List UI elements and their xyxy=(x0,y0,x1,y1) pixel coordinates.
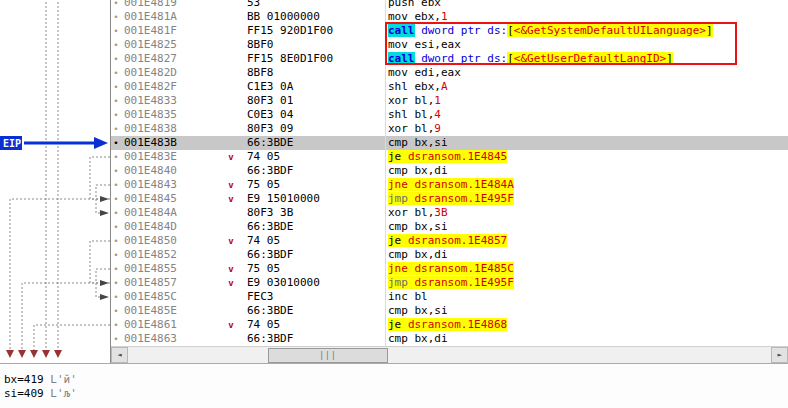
instruction-cell[interactable]: shl bl,4 xyxy=(386,108,788,122)
address-cell[interactable]: 001E483B xyxy=(121,136,223,150)
bytes-cell[interactable]: 66:3BDE xyxy=(239,304,386,318)
disasm-row[interactable]: •001E481ABB 01000000mov ebx,1 xyxy=(111,10,788,24)
bytes-cell[interactable]: 75 05 xyxy=(239,262,386,276)
instruction-cell[interactable]: cmp bx,di xyxy=(386,164,788,178)
address-cell[interactable]: 001E4861 xyxy=(121,318,223,332)
breakpoint-dot[interactable]: • xyxy=(111,192,121,206)
address-cell[interactable]: 001E4850 xyxy=(121,234,223,248)
disasm-row[interactable]: •001E483Ev74 05je dsransom.1E4845 xyxy=(111,150,788,164)
horizontal-scrollbar[interactable]: ◄ ||| ► xyxy=(111,346,788,363)
bytes-cell[interactable]: C1E3 0A xyxy=(239,80,386,94)
address-cell[interactable]: 001E484A xyxy=(121,206,223,220)
breakpoint-dot[interactable]: • xyxy=(111,80,121,94)
breakpoint-dot[interactable]: • xyxy=(111,52,121,66)
disasm-row[interactable]: •001E4835C0E3 04shl bl,4 xyxy=(111,108,788,122)
disasm-row[interactable]: •001E4843v75 05jne dsransom.1E484A xyxy=(111,178,788,192)
bytes-cell[interactable]: 80F3 01 xyxy=(239,94,386,108)
address-cell[interactable]: 001E481A xyxy=(121,10,223,24)
breakpoint-dot[interactable]: • xyxy=(111,262,121,276)
disassembly-view[interactable]: •001E481953push ebx•001E481ABB 01000000m… xyxy=(111,0,788,346)
instruction-cell[interactable]: jmp dsransom.1E495F xyxy=(386,276,788,290)
breakpoint-dot[interactable]: • xyxy=(111,290,121,304)
address-cell[interactable]: 001E4863 xyxy=(121,332,223,346)
breakpoint-dot[interactable]: • xyxy=(111,206,121,220)
address-cell[interactable]: 001E4838 xyxy=(121,122,223,136)
disasm-row[interactable]: •001E483B66:3BDEcmp bx,si xyxy=(111,136,788,150)
disasm-row[interactable]: •001E485266:3BDFcmp bx,di xyxy=(111,248,788,262)
breakpoint-dot[interactable]: • xyxy=(111,234,121,248)
instruction-cell[interactable]: jne dsransom.1E484A xyxy=(386,178,788,192)
instruction-cell[interactable]: call dword ptr ds:[<&GetUserDefaultLangI… xyxy=(386,52,788,66)
bytes-cell[interactable]: E9 15010000 xyxy=(239,192,386,206)
bytes-cell[interactable]: 66:3BDE xyxy=(239,136,386,150)
disasm-row[interactable]: •001E4861v74 05je dsransom.1E4868 xyxy=(111,318,788,332)
disasm-row[interactable]: •001E481FFF15 920D1F00call dword ptr ds:… xyxy=(111,24,788,38)
instruction-cell[interactable]: xor bl,9 xyxy=(386,122,788,136)
bytes-cell[interactable]: 74 05 xyxy=(239,150,386,164)
address-cell[interactable]: 001E484D xyxy=(121,220,223,234)
address-cell[interactable]: 001E4857 xyxy=(121,276,223,290)
disasm-row[interactable]: •001E482D8BF8mov edi,eax xyxy=(111,66,788,80)
disasm-row[interactable]: •001E484A80F3 3Bxor bl,3B xyxy=(111,206,788,220)
address-cell[interactable]: 001E4840 xyxy=(121,164,223,178)
scroll-left-button[interactable]: ◄ xyxy=(111,347,128,363)
disasm-row[interactable]: •001E485E66:3BDEcmp bx,si xyxy=(111,304,788,318)
breakpoint-dot[interactable]: • xyxy=(111,38,121,52)
breakpoint-dot[interactable]: • xyxy=(111,318,121,332)
address-cell[interactable]: 001E481F xyxy=(121,24,223,38)
address-cell[interactable]: 001E482D xyxy=(121,66,223,80)
instruction-cell[interactable]: xor bl,3B xyxy=(386,206,788,220)
instruction-cell[interactable]: cmp bx,si xyxy=(386,220,788,234)
instruction-cell[interactable]: push ebx xyxy=(386,0,788,10)
bytes-cell[interactable]: 74 05 xyxy=(239,318,386,332)
address-cell[interactable]: 001E4835 xyxy=(121,108,223,122)
instruction-cell[interactable]: xor bl,1 xyxy=(386,94,788,108)
breakpoint-dot[interactable]: • xyxy=(111,122,121,136)
instruction-cell[interactable]: cmp bx,di xyxy=(386,332,788,346)
breakpoint-dot[interactable]: • xyxy=(111,248,121,262)
breakpoint-dot[interactable]: • xyxy=(111,332,121,346)
instruction-cell[interactable]: cmp bx,si xyxy=(386,136,788,150)
disasm-row[interactable]: •001E483880F3 09xor bl,9 xyxy=(111,122,788,136)
instruction-cell[interactable]: mov ebx,1 xyxy=(386,10,788,24)
address-cell[interactable]: 001E4825 xyxy=(121,38,223,52)
instruction-cell[interactable]: je dsransom.1E4857 xyxy=(386,234,788,248)
instruction-cell[interactable]: jne dsransom.1E485C xyxy=(386,262,788,276)
breakpoint-dot[interactable]: • xyxy=(111,10,121,24)
disasm-row[interactable]: •001E486366:3BDFcmp bx,di xyxy=(111,332,788,346)
address-cell[interactable]: 001E485E xyxy=(121,304,223,318)
address-cell[interactable]: 001E4843 xyxy=(121,178,223,192)
disasm-row[interactable]: •001E4855v75 05jne dsransom.1E485C xyxy=(111,262,788,276)
disasm-row[interactable]: •001E482FC1E3 0Ashl ebx,A xyxy=(111,80,788,94)
address-cell[interactable]: 001E4827 xyxy=(121,52,223,66)
instruction-cell[interactable]: je dsransom.1E4845 xyxy=(386,150,788,164)
address-cell[interactable]: 001E483E xyxy=(121,150,223,164)
breakpoint-dot[interactable]: • xyxy=(111,304,121,318)
scroll-right-button[interactable]: ► xyxy=(771,347,788,363)
breakpoint-dot[interactable]: • xyxy=(111,178,121,192)
breakpoint-dot[interactable]: • xyxy=(111,276,121,290)
disasm-row[interactable]: •001E484D66:3BDEcmp bx,si xyxy=(111,220,788,234)
disasm-row[interactable]: •001E4827FF15 8E0D1F00call dword ptr ds:… xyxy=(111,52,788,66)
breakpoint-dot[interactable]: • xyxy=(111,150,121,164)
breakpoint-dot[interactable]: • xyxy=(111,136,121,150)
instruction-cell[interactable]: cmp bx,si xyxy=(386,304,788,318)
bytes-cell[interactable]: BB 01000000 xyxy=(239,10,386,24)
disasm-row[interactable]: •001E484066:3BDFcmp bx,di xyxy=(111,164,788,178)
address-cell[interactable]: 001E4819 xyxy=(121,0,223,10)
breakpoint-dot[interactable]: • xyxy=(111,94,121,108)
breakpoint-dot[interactable]: • xyxy=(111,220,121,234)
disasm-row[interactable]: •001E48258BF0mov esi,eax xyxy=(111,38,788,52)
bytes-cell[interactable]: E9 03010000 xyxy=(239,276,386,290)
instruction-cell[interactable]: je dsransom.1E4868 xyxy=(386,318,788,332)
instruction-cell[interactable]: inc bl xyxy=(386,290,788,304)
bytes-cell[interactable]: 74 05 xyxy=(239,234,386,248)
bytes-cell[interactable]: 80F3 3B xyxy=(239,206,386,220)
instruction-cell[interactable]: cmp bx,di xyxy=(386,248,788,262)
instruction-cell[interactable]: mov edi,eax xyxy=(386,66,788,80)
address-cell[interactable]: 001E4845 xyxy=(121,192,223,206)
bytes-cell[interactable]: 66:3BDF xyxy=(239,248,386,262)
bytes-cell[interactable]: 8BF0 xyxy=(239,38,386,52)
disasm-row[interactable]: •001E481953push ebx xyxy=(111,0,788,10)
disasm-row[interactable]: •001E483380F3 01xor bl,1 xyxy=(111,94,788,108)
